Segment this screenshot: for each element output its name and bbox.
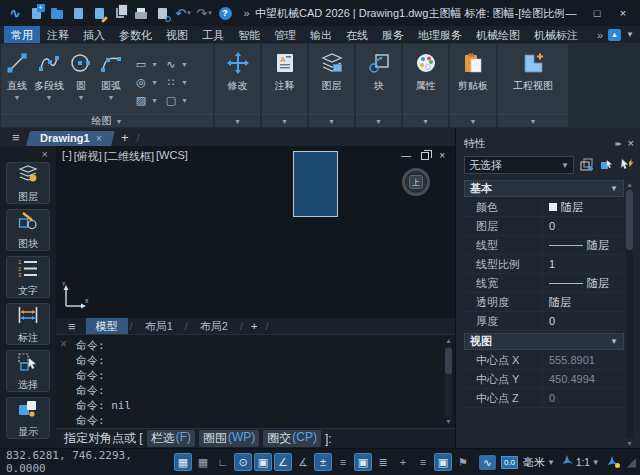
maximize-button[interactable]: □ — [590, 7, 604, 19]
property-row-center-z[interactable]: 中心点 Z 0 — [464, 389, 624, 408]
option-wpolygon-button[interactable]: 圈围(WP) — [199, 430, 259, 447]
sidebar-dimension-button[interactable]: 标注 — [6, 303, 50, 345]
compass-up-button[interactable]: 上 — [409, 175, 423, 189]
document-tab-drawing1[interactable]: Drawing1 × — [26, 131, 115, 146]
selection-dropdown[interactable]: 无选择 ▼ — [464, 156, 574, 174]
ribbon-tab-tools[interactable]: 工具 — [195, 26, 231, 43]
ribbon-tab-geo-services[interactable]: 地理服务 — [411, 26, 469, 43]
redo-button[interactable]: ↷▾ — [195, 5, 213, 22]
property-row-center-y[interactable]: 中心点 Y 450.4994 — [464, 370, 624, 389]
annotation-scale-dropdown[interactable]: 1:1 ▼ — [560, 454, 600, 470]
unit-dropdown[interactable]: 毫米 ▼ — [523, 455, 555, 470]
drawing-close-button[interactable]: × — [439, 150, 445, 161]
snap-tracking-toggle[interactable]: ± — [314, 453, 332, 471]
polyline-dropdown-icon[interactable]: ▼ — [46, 94, 53, 101]
properties-scrollbar[interactable]: ▴ ▾ — [625, 180, 634, 448]
sidebar-display-button[interactable]: 显示 — [6, 397, 50, 439]
spline-tool-button[interactable]: ∿▼ — [164, 56, 188, 73]
ribbon-tab-online[interactable]: 在线 — [339, 26, 375, 43]
ribbon-tab-services[interactable]: 服务 — [375, 26, 411, 43]
document-tab-close-icon[interactable]: × — [95, 133, 101, 144]
hatch-tool-button[interactable]: ▨▼ — [134, 92, 158, 109]
new-document-tab-button[interactable]: + — [113, 130, 137, 146]
object-snap-toggle[interactable]: ▣ — [254, 453, 272, 471]
auto-hide-icon[interactable]: ▸▸ — [616, 139, 620, 148]
line-dropdown-icon[interactable]: ▼ — [14, 94, 21, 101]
block-panel-expander[interactable]: ▼ — [356, 114, 401, 127]
save-as-button[interactable] — [90, 5, 108, 22]
scroll-down-icon[interactable]: ▾ — [446, 418, 450, 426]
ribbon-tab-home[interactable]: 常用 — [4, 26, 40, 43]
tab-overflow-icon[interactable]: » — [597, 29, 603, 41]
modify-panel-expander[interactable]: ▼ — [215, 114, 260, 127]
close-button[interactable]: × — [616, 7, 630, 19]
ribbon-collapse-button[interactable]: ▲ — [608, 29, 621, 41]
property-row-color[interactable]: 颜色 随层 — [464, 198, 624, 217]
circle-dropdown-icon[interactable]: ▼ — [78, 94, 85, 101]
quick-select-icon[interactable] — [619, 158, 634, 172]
clipboard-panel-expander[interactable]: ▼ — [450, 114, 496, 127]
attributes-panel-expander[interactable]: ▼ — [403, 114, 448, 127]
ribbon-tab-manage[interactable]: 管理 — [267, 26, 303, 43]
scrollbar-thumb[interactable] — [626, 190, 633, 250]
block-button[interactable]: 块 — [366, 46, 392, 114]
ribbon-tab-parametric[interactable]: 参数化 — [112, 26, 159, 43]
angle-snap-toggle[interactable]: ∠ — [274, 453, 292, 471]
property-row-thickness[interactable]: 厚度 0 — [464, 312, 624, 331]
drawing-canvas[interactable]: [-] [俯视] [二维线框] [WCS] — × 上 — [56, 146, 455, 318]
drawing-minimize-button[interactable]: — — [401, 150, 411, 161]
arc-dropdown-icon[interactable]: ▼ — [108, 94, 115, 101]
layout-tab-model[interactable]: 模型 — [86, 318, 128, 334]
annotation-auto-scale-icon[interactable] — [605, 455, 620, 469]
draw-panel-expander[interactable]: 绘图 ▼ — [1, 114, 213, 127]
sidebar-layers-button[interactable]: 图层 — [6, 162, 50, 204]
sidebar-close-icon[interactable]: × — [34, 148, 56, 162]
minimize-button[interactable]: — — [564, 7, 578, 19]
command-history[interactable]: × 命令: 命令: 命令: 命令: 命令: nil 命令: ▴ ▾ — [56, 335, 455, 428]
print-button[interactable] — [132, 5, 150, 22]
workspace-flag-toggle[interactable]: ⚑ — [454, 453, 472, 471]
viewport-visual-style-control[interactable]: [二维线框] — [104, 149, 154, 164]
ribbon-tab-annotate[interactable]: 注释 — [40, 26, 76, 43]
add-layout-button[interactable]: + — [245, 320, 263, 332]
property-row-transparency[interactable]: 透明度 随层 — [464, 293, 624, 312]
point-tool-button[interactable]: ∷▼ — [164, 74, 188, 91]
donut-tool-button[interactable]: ◎▼ — [134, 74, 158, 91]
open-file-button[interactable] — [48, 5, 66, 22]
navigation-compass[interactable]: 上 — [402, 168, 430, 196]
ribbon-tab-smart[interactable]: 智能 — [231, 26, 267, 43]
layers-button[interactable]: 图层 — [319, 46, 345, 114]
scroll-up-icon[interactable]: ▴ — [446, 337, 450, 345]
command-scrollbar[interactable]: ▴ ▾ — [444, 337, 453, 426]
line-tool-button[interactable]: 直线 ▼ — [4, 46, 30, 114]
property-row-linetype-scale[interactable]: 线型比例 1 — [464, 255, 624, 274]
new-file-button[interactable]: + — [27, 5, 45, 22]
property-row-center-x[interactable]: 中心点 X 555.8901 — [464, 351, 624, 370]
snap-toggle[interactable]: ▦ — [194, 453, 212, 471]
save-button[interactable] — [69, 5, 87, 22]
file-tabs-menu-icon[interactable]: ≡ — [4, 130, 28, 146]
lineweight-toggle[interactable]: ≡ — [334, 453, 352, 471]
layout-menu-icon[interactable]: ≡ — [60, 319, 84, 334]
copy-button[interactable] — [111, 5, 129, 22]
option-cpolygon-button[interactable]: 圈交(CP) — [263, 430, 321, 447]
polyline-tool-button[interactable]: 多段线 ▼ — [34, 46, 64, 114]
sidebar-block-button[interactable]: 图块 — [6, 209, 50, 251]
revision-cloud-tool-button[interactable]: ▢▼ — [164, 92, 188, 109]
annotate-button[interactable]: A 注释 — [272, 46, 298, 114]
viewport-ucs-control[interactable]: [WCS] — [156, 149, 188, 164]
ribbon-tab-output[interactable]: 输出 — [303, 26, 339, 43]
auto-annotation-toggle[interactable]: + — [394, 453, 412, 471]
ribbon-options-dropdown-icon[interactable]: ▼ — [626, 30, 634, 39]
performance-icon[interactable]: ∿ — [479, 455, 496, 470]
dynamic-input-toggle[interactable]: ∡ — [294, 453, 312, 471]
attributes-button[interactable]: 属性 — [413, 46, 439, 114]
layout-tab-layout2[interactable]: 布局2 — [190, 318, 238, 334]
section-view[interactable]: 视图 ▼ — [464, 333, 624, 350]
selection-preview-toggle[interactable]: ▣ — [354, 453, 372, 471]
annotation-monitor-toggle[interactable]: ≣ — [374, 453, 392, 471]
resize-grip[interactable]: ◢ — [627, 455, 636, 469]
undo-button[interactable]: ↶▾ — [174, 5, 192, 22]
layout-tab-layout1[interactable]: 布局1 — [135, 318, 183, 334]
annotate-panel-expander[interactable]: ▼ — [262, 114, 307, 127]
